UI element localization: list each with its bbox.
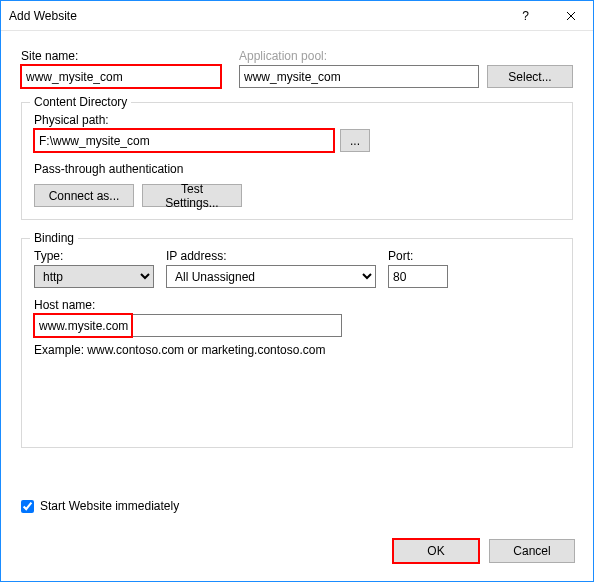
- host-name-label: Host name:: [34, 298, 560, 312]
- content-directory-legend: Content Directory: [30, 95, 131, 109]
- dialog-window: Add Website ? Site name: Application poo…: [0, 0, 594, 582]
- content-directory-group: Content Directory Physical path: ... Pas…: [21, 102, 573, 220]
- app-pool-input: [239, 65, 479, 88]
- type-select[interactable]: http: [34, 265, 154, 288]
- browse-button[interactable]: ...: [340, 129, 370, 152]
- binding-group: Binding Type: http IP address: All Unass…: [21, 238, 573, 448]
- start-immediately-label: Start Website immediately: [40, 499, 179, 513]
- port-input[interactable]: [388, 265, 448, 288]
- connect-as-button[interactable]: Connect as...: [34, 184, 134, 207]
- start-immediately-row: Start Website immediately: [21, 499, 179, 513]
- host-name-prefix: www.mysite.com: [34, 314, 132, 337]
- test-settings-button[interactable]: Test Settings...: [142, 184, 242, 207]
- help-button[interactable]: ?: [503, 1, 548, 31]
- physical-path-input[interactable]: [34, 129, 334, 152]
- close-icon: [566, 11, 576, 21]
- dialog-buttons: OK Cancel: [393, 539, 575, 563]
- ip-address-select[interactable]: All Unassigned: [166, 265, 376, 288]
- cancel-button[interactable]: Cancel: [489, 539, 575, 563]
- type-label: Type:: [34, 249, 154, 263]
- binding-legend: Binding: [30, 231, 78, 245]
- host-name-input[interactable]: [132, 314, 342, 337]
- site-name-input[interactable]: [21, 65, 221, 88]
- physical-path-label: Physical path:: [34, 113, 560, 127]
- ok-button[interactable]: OK: [393, 539, 479, 563]
- ip-address-label: IP address:: [166, 249, 376, 263]
- start-immediately-checkbox[interactable]: [21, 500, 34, 513]
- close-button[interactable]: [548, 1, 593, 31]
- app-pool-label: Application pool:: [239, 49, 573, 63]
- window-title: Add Website: [9, 9, 503, 23]
- port-label: Port:: [388, 249, 448, 263]
- site-name-label: Site name:: [21, 49, 221, 63]
- titlebar: Add Website ?: [1, 1, 593, 31]
- select-app-pool-button[interactable]: Select...: [487, 65, 573, 88]
- passthrough-label: Pass-through authentication: [34, 162, 183, 176]
- dialog-content: Site name: Application pool: Select... C…: [1, 31, 593, 448]
- host-name-example: Example: www.contoso.com or marketing.co…: [34, 343, 560, 357]
